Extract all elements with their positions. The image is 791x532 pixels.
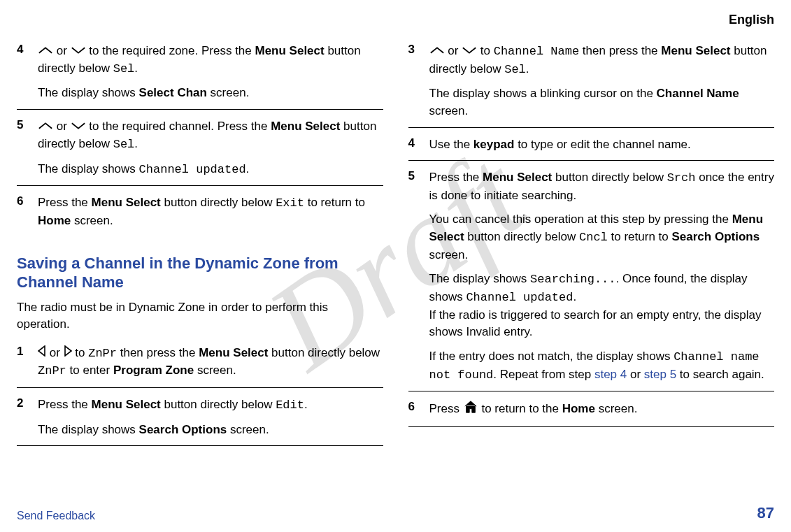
text: screen. xyxy=(429,248,469,261)
text: button directly below xyxy=(161,196,276,209)
search-options-label: Search Options xyxy=(139,423,227,436)
text: then press the xyxy=(117,346,199,359)
menu-select-label: Menu Select xyxy=(92,398,161,411)
step-body: or to the required channel. Press the Me… xyxy=(38,118,383,178)
text: . xyxy=(246,162,250,175)
page: Draft English 4 or to the required zone.… xyxy=(0,0,791,532)
text: The display shows xyxy=(38,423,139,436)
text: or xyxy=(53,120,71,133)
channel-updated-label: Channel updated xyxy=(139,163,246,176)
text: screen. xyxy=(207,86,249,99)
text: screen. xyxy=(429,104,469,117)
text: If the radio is triggered to search for … xyxy=(429,308,762,339)
triangle-left-icon xyxy=(38,345,46,362)
step-body: Press to return to the Home screen. xyxy=(429,400,775,419)
chevron-up-icon xyxy=(38,118,53,136)
text: or xyxy=(53,44,71,57)
text: to enter xyxy=(66,364,113,377)
sel-label: Sel xyxy=(113,62,135,76)
step-number: 2 xyxy=(17,396,28,438)
text: to type or edit the channel name. xyxy=(514,138,690,151)
text: to return to xyxy=(608,230,672,243)
text: to xyxy=(72,346,89,359)
step-body: or to Channel Name then press the Menu S… xyxy=(429,43,775,120)
left-b-step-2: 2 Press the Menu Select button directly … xyxy=(17,396,383,446)
step-body: Press the Menu Select button directly be… xyxy=(429,169,775,384)
text: You can cancel this operation at this st… xyxy=(429,213,732,226)
home-label: Home xyxy=(562,403,595,416)
language-label: English xyxy=(17,13,774,27)
text: . xyxy=(573,290,576,303)
chevron-down-icon xyxy=(71,118,86,136)
text: . xyxy=(134,137,138,150)
step-number: 4 xyxy=(17,43,28,102)
chevron-down-icon xyxy=(462,43,477,60)
exit-label: Exit xyxy=(276,196,304,210)
step-body: or to ZnPr then press the Menu Select bu… xyxy=(38,345,383,380)
chevron-down-icon xyxy=(71,43,86,60)
text: to return to xyxy=(304,196,365,209)
srch-label: Srch xyxy=(667,171,696,185)
home-icon xyxy=(463,400,478,419)
text: screen. xyxy=(227,423,269,436)
send-feedback-link[interactable]: Send Feedback xyxy=(17,510,95,522)
text: screen. xyxy=(595,403,637,416)
text: button directly below xyxy=(552,171,667,184)
text: Press the xyxy=(38,196,92,209)
step-number: 6 xyxy=(17,194,28,229)
triangle-right-icon xyxy=(64,345,72,362)
text: then press the xyxy=(579,44,661,57)
section-intro: The radio must be in Dynamic Zone in ord… xyxy=(17,299,383,333)
svg-marker-1 xyxy=(65,346,71,356)
text: The display shows xyxy=(38,162,139,175)
text: button directly below xyxy=(161,398,276,411)
menu-select-label: Menu Select xyxy=(271,120,340,133)
text: The display shows xyxy=(429,272,531,285)
znpr-label: ZnPr xyxy=(88,347,117,360)
text: Use the xyxy=(429,138,473,151)
section-title: Saving a Channel in the Dynamic Zone fro… xyxy=(17,254,383,292)
text: . xyxy=(304,398,308,411)
right-step-6: 6 Press to return to the Home screen. xyxy=(408,400,775,427)
right-step-3: 3 or to Channel Name then press the Menu… xyxy=(408,43,775,128)
right-step-4: 4 Use the keypad to type or edit the cha… xyxy=(408,136,775,161)
text: or xyxy=(627,368,644,381)
step-number: 5 xyxy=(17,118,28,178)
step-number: 6 xyxy=(408,400,420,419)
left-step-4: 4 or to the required zone. Press the Men… xyxy=(17,43,383,110)
text: or xyxy=(445,44,462,57)
right-step-5: 5 Press the Menu Select button directly … xyxy=(408,169,775,391)
cncl-label: Cncl xyxy=(579,231,608,244)
step-number: 3 xyxy=(408,43,420,120)
step4-link[interactable]: step 4 xyxy=(594,368,627,381)
columns: 4 or to the required zone. Press the Men… xyxy=(17,43,774,454)
left-column: 4 or to the required zone. Press the Men… xyxy=(17,43,383,454)
text: The display shows xyxy=(38,86,139,99)
text: . Repeat from step xyxy=(493,368,594,381)
menu-select-label: Menu Select xyxy=(661,44,730,57)
menu-select-label: Menu Select xyxy=(255,44,324,57)
menu-select-label: Menu Select xyxy=(92,196,161,209)
edit-label: Edit xyxy=(276,398,304,412)
text: Press xyxy=(429,403,463,416)
search-options-label: Search Options xyxy=(672,230,760,243)
text: screen. xyxy=(194,364,236,377)
channel-name-label: Channel Name xyxy=(657,87,739,100)
text: to the required channel. Press the xyxy=(86,120,271,133)
select-chan-label: Select Chan xyxy=(139,86,207,99)
step-body: Use the keypad to type or edit the chann… xyxy=(429,136,775,154)
right-column: 3 or to Channel Name then press the Menu… xyxy=(408,43,775,454)
step5-link[interactable]: step 5 xyxy=(644,368,676,381)
channel-name-label: Channel Name xyxy=(494,45,579,58)
text: to xyxy=(477,44,494,57)
text: to return to the xyxy=(478,403,562,416)
program-zone-label: Program Zone xyxy=(113,364,194,377)
left-b-step-1: 1 or to ZnPr then press the Menu Select … xyxy=(17,345,383,388)
left-step-5: 5 or to the required channel. Press the … xyxy=(17,118,383,186)
menu-select-label: Menu Select xyxy=(483,171,552,184)
text: Press the xyxy=(38,398,92,411)
znpr-label: ZnPr xyxy=(38,364,66,378)
chevron-up-icon xyxy=(38,43,53,60)
chevron-up-icon xyxy=(429,43,445,60)
page-number: 87 xyxy=(757,504,774,522)
